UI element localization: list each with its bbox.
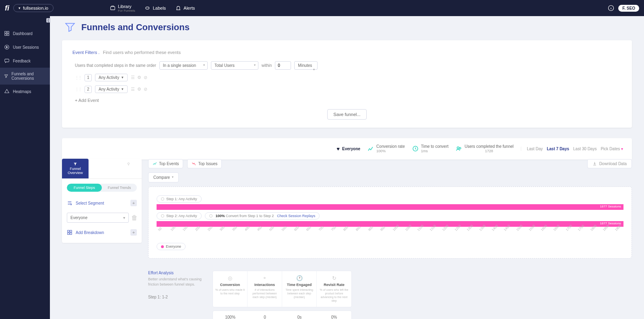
date-pick[interactable]: Pick Dates ▾ <box>601 147 623 151</box>
conversion-value: 100% <box>376 149 405 154</box>
site-selector[interactable]: ▾ fullsession.io <box>13 4 54 12</box>
delete-icon[interactable]: ⊘ <box>144 75 147 80</box>
within-input[interactable] <box>275 61 291 70</box>
tab-2[interactable] <box>89 159 115 179</box>
svg-rect-0 <box>111 7 115 10</box>
svg-point-10 <box>457 147 459 149</box>
sidebar: ⟨ Dashboard User Sessions Feedback Funne… <box>0 16 50 319</box>
svg-rect-16 <box>70 233 72 234</box>
trend-up-icon <box>153 162 157 166</box>
svg-rect-4 <box>7 31 9 33</box>
tab-overview[interactable]: Funnel Overview <box>62 159 89 179</box>
sidebar-item-feedback[interactable]: Feedback <box>0 54 50 68</box>
page-title: Funnels and Conversions <box>81 22 190 33</box>
logo: fi <box>5 4 9 12</box>
svg-point-11 <box>459 147 461 149</box>
step-1-activity[interactable]: Any Activity▼ <box>95 74 128 81</box>
legend-everyone: Everyone <box>157 243 186 250</box>
list-icon[interactable]: ☰ <box>131 87 135 92</box>
conversion-pill: 100% Convert from Step 1 to Step 2 Check… <box>205 212 320 220</box>
filter-card: Event Filters . Find users who performed… <box>62 40 632 128</box>
nav-library[interactable]: LibraryFor Funnels <box>110 4 135 12</box>
add-breakdown[interactable]: Add Breakdown + <box>67 227 137 238</box>
add-segment[interactable]: + <box>130 200 137 206</box>
time-icon: 🕐 <box>285 275 314 281</box>
nav-alerts[interactable]: Alerts <box>175 4 195 12</box>
label-icon <box>145 5 151 11</box>
download-icon <box>592 162 597 166</box>
sidebar-item-sessions[interactable]: User Sessions <box>0 40 50 54</box>
page-funnel-icon <box>64 22 76 33</box>
compare-button[interactable]: Compare▾ <box>148 172 179 182</box>
collapse-sidebar[interactable]: ⟨ <box>46 18 50 23</box>
library-icon <box>110 5 116 11</box>
users-icon <box>456 145 462 152</box>
effort-cards: ◎ Conversion % of users who made it to t… <box>213 271 352 307</box>
order-text: Users that completed steps in the same o… <box>75 63 156 68</box>
effort-revisit: ↻ Revisit Rate % of users who left the p… <box>317 271 351 307</box>
date-last-7[interactable]: Last 7 Days <box>547 147 569 151</box>
drag-handle[interactable]: ⋮⋮ <box>75 87 81 91</box>
step-2-row: ⋮⋮ 2 Any Activity▼ ☰⚙⊘ <box>75 85 621 93</box>
settings-icon[interactable]: ⚙ <box>137 75 141 80</box>
funnel-trends-tab[interactable]: Funnel Trends <box>102 184 137 192</box>
val-interactions: 0 <box>248 311 282 319</box>
funnel-steps-tab[interactable]: Funnel Steps <box>67 184 102 192</box>
effort-values: 100% 0 0s 0%revisited <box>213 311 352 319</box>
user-badge[interactable]: F. SEO <box>618 5 639 12</box>
effort-conversion: ◎ Conversion % of users who made it to t… <box>213 271 248 307</box>
top-issues-button[interactable]: Top Issues <box>187 159 222 168</box>
drag-handle[interactable]: ⋮⋮ <box>75 75 81 80</box>
download-button[interactable]: Download Data <box>587 159 632 168</box>
date-last-30[interactable]: Last 30 Days <box>573 147 597 151</box>
check-replays-link[interactable]: Check Session Replays <box>277 214 315 218</box>
time-label: Time to convert <box>421 144 449 149</box>
svg-point-12 <box>70 204 72 205</box>
svg-rect-3 <box>5 31 6 33</box>
svg-rect-1 <box>145 7 149 9</box>
sidebar-item-dashboard[interactable]: Dashboard <box>0 27 50 40</box>
sidebar-item-heatmaps[interactable]: Heatmaps <box>0 85 50 98</box>
session-select[interactable]: In a single session <box>159 61 208 70</box>
effort-interactions: ⚬ Interactions # of interactions perform… <box>248 271 282 307</box>
sidebar-item-funnels[interactable]: Funnels and Conversions <box>0 68 50 85</box>
users-label: Users completed the funnel <box>464 144 514 149</box>
x-axis: 5010015020025030035040045050055060065070… <box>157 229 623 233</box>
step-1-label: Step 1: Any Activity <box>157 195 202 203</box>
time-unit-select[interactable]: Minutes <box>294 61 318 70</box>
trend-down-icon <box>192 162 196 166</box>
settings-icon[interactable]: ⚙ <box>137 87 141 92</box>
date-last-day[interactable]: Last Day <box>527 147 543 151</box>
add-breakdown-btn[interactable]: + <box>130 229 137 236</box>
segment-icon <box>67 200 72 206</box>
add-event-button[interactable]: + Add Event <box>75 98 621 103</box>
tab-3[interactable]: ⚲ <box>115 159 142 179</box>
users-value: 1728 <box>464 149 514 154</box>
list-icon[interactable]: ☰ <box>131 75 135 80</box>
svg-rect-13 <box>68 230 69 232</box>
save-funnel-button[interactable]: Save funnel... <box>327 109 366 120</box>
svg-rect-6 <box>7 34 9 35</box>
select-segment[interactable]: Select Segment + <box>67 197 137 209</box>
segment-select[interactable]: Everyone <box>67 213 129 223</box>
top-events-button[interactable]: Top Events <box>148 159 183 168</box>
svg-rect-15 <box>68 233 69 234</box>
effort-title: Effort Analysis <box>148 271 204 275</box>
users-select[interactable]: Total Users <box>211 61 258 70</box>
delete-segment[interactable]: 🗑 <box>131 214 137 222</box>
step-2-activity[interactable]: Any Activity▼ <box>95 85 128 93</box>
effort-time: 🕐 Time Engaged Time spent interacting be… <box>282 271 317 307</box>
info-icon[interactable] <box>608 5 614 11</box>
revisit-icon: ↻ <box>319 275 349 281</box>
heatmap-icon <box>4 89 10 94</box>
effort-desc: Better understand what's causing frictio… <box>148 277 204 287</box>
step-range-label: Step 1: 1-2 <box>148 295 204 299</box>
conversion-label: Conversion rate <box>376 144 405 149</box>
nav-labels[interactable]: Labels <box>145 4 166 12</box>
metrics-bar: ♥ Everyone Conversion rate100% Time to c… <box>62 138 632 160</box>
step-number-1: 1 <box>85 74 92 81</box>
funnel-chart: Step 1: Any Activity 1877 Sessions Step … <box>148 186 632 259</box>
delete-icon[interactable]: ⊘ <box>144 87 147 92</box>
topbar: fi ▾ fullsession.io LibraryFor Funnels L… <box>0 0 644 16</box>
svg-rect-14 <box>70 230 72 232</box>
